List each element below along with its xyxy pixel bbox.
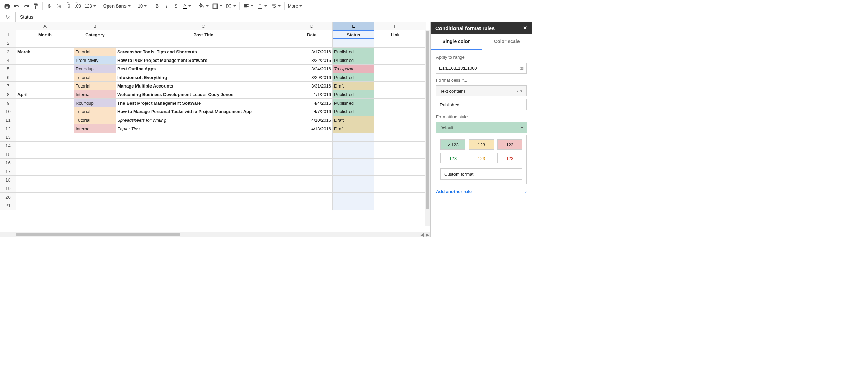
- cell[interactable]: How to Manage Personal Tasks with a Proj…: [116, 107, 291, 116]
- cell[interactable]: [374, 184, 416, 193]
- cell[interactable]: [333, 167, 374, 176]
- cell[interactable]: [374, 65, 416, 73]
- cell[interactable]: [374, 142, 416, 150]
- cell[interactable]: Productivity: [74, 56, 116, 65]
- spreadsheet-grid[interactable]: A B C D E F 1MonthCategoryPost TitleDate…: [0, 22, 426, 210]
- cell[interactable]: [333, 142, 374, 150]
- cell[interactable]: Screenshot Tools, Tips and Shortcuts: [116, 48, 291, 56]
- cell[interactable]: [116, 39, 291, 48]
- cell[interactable]: [74, 142, 116, 150]
- cell[interactable]: Published: [333, 48, 374, 56]
- cell[interactable]: Welcoming Business Development Leader Co…: [116, 90, 291, 99]
- cell[interactable]: [74, 150, 116, 159]
- formula-input[interactable]: Status: [16, 12, 532, 22]
- row-header[interactable]: 3: [0, 48, 16, 56]
- cell[interactable]: [16, 107, 74, 116]
- cell[interactable]: [16, 82, 74, 90]
- cell[interactable]: [116, 176, 291, 184]
- condition-value-input[interactable]: Published: [436, 99, 527, 110]
- cell[interactable]: Spreadsheets for Writing: [116, 116, 291, 124]
- add-another-rule-button[interactable]: Add another rule ›: [436, 189, 527, 194]
- cell[interactable]: [116, 142, 291, 150]
- cell[interactable]: [291, 184, 333, 193]
- row-header[interactable]: 7: [0, 82, 16, 90]
- cell[interactable]: [16, 99, 74, 107]
- tab-color-scale[interactable]: Color scale: [482, 34, 532, 50]
- cell[interactable]: [74, 39, 116, 48]
- cell[interactable]: [291, 159, 333, 167]
- row-header[interactable]: 17: [0, 167, 16, 176]
- scroll-right-icon[interactable]: ▶: [425, 232, 430, 237]
- borders-button[interactable]: [211, 2, 224, 11]
- cell[interactable]: [16, 39, 74, 48]
- cell[interactable]: To Update: [333, 65, 374, 73]
- print-button[interactable]: [3, 2, 12, 11]
- vertical-scrollbar[interactable]: [425, 30, 430, 226]
- font-size-dropdown[interactable]: 10: [136, 2, 148, 11]
- cell[interactable]: [74, 201, 116, 210]
- cell[interactable]: Internal: [74, 90, 116, 99]
- cell[interactable]: Date: [291, 30, 333, 39]
- range-picker-icon[interactable]: ▦: [520, 66, 524, 71]
- row-header[interactable]: 12: [0, 124, 16, 133]
- number-format-dropdown[interactable]: 123: [83, 2, 97, 11]
- cell[interactable]: [16, 56, 74, 65]
- currency-button[interactable]: $: [45, 2, 54, 11]
- undo-button[interactable]: [12, 2, 21, 11]
- cell[interactable]: [16, 65, 74, 73]
- cell[interactable]: [74, 176, 116, 184]
- cell[interactable]: [374, 56, 416, 65]
- cell[interactable]: [74, 133, 116, 142]
- text-wrap-button[interactable]: [269, 2, 282, 11]
- cell[interactable]: 1/1/2016: [291, 90, 333, 99]
- cell[interactable]: [333, 39, 374, 48]
- cell[interactable]: [16, 201, 74, 210]
- cell[interactable]: [16, 159, 74, 167]
- cell[interactable]: [291, 133, 333, 142]
- cell[interactable]: [374, 159, 416, 167]
- horizontal-scrollbar[interactable]: ◀ ▶: [0, 232, 430, 237]
- row-header[interactable]: 16: [0, 159, 16, 167]
- cell[interactable]: Draft: [333, 124, 374, 133]
- cell[interactable]: [374, 150, 416, 159]
- cell[interactable]: Published: [333, 107, 374, 116]
- cell[interactable]: Draft: [333, 82, 374, 90]
- cell[interactable]: [291, 201, 333, 210]
- cell[interactable]: [374, 107, 416, 116]
- cell[interactable]: [333, 150, 374, 159]
- row-header[interactable]: 4: [0, 56, 16, 65]
- cell[interactable]: Post Title: [116, 30, 291, 39]
- cell[interactable]: Manage Multiple Accounts: [116, 82, 291, 90]
- cell[interactable]: Best Outline Apps: [116, 65, 291, 73]
- cell[interactable]: [291, 39, 333, 48]
- cell[interactable]: [374, 39, 416, 48]
- cell[interactable]: [374, 48, 416, 56]
- row-header[interactable]: 14: [0, 142, 16, 150]
- cell[interactable]: Month: [16, 30, 74, 39]
- cell[interactable]: [16, 142, 74, 150]
- cell[interactable]: The Best Project Management Software: [116, 99, 291, 107]
- cell[interactable]: [374, 201, 416, 210]
- fill-color-button[interactable]: [197, 2, 210, 11]
- redo-button[interactable]: [22, 2, 31, 11]
- cell[interactable]: [116, 150, 291, 159]
- preset-green-fill[interactable]: 123: [440, 139, 465, 150]
- cell[interactable]: [16, 167, 74, 176]
- column-header[interactable]: B: [74, 22, 116, 30]
- cell[interactable]: [16, 116, 74, 124]
- cell[interactable]: Tutorial: [74, 107, 116, 116]
- cell[interactable]: [291, 176, 333, 184]
- cell[interactable]: [16, 124, 74, 133]
- default-style-select[interactable]: Default: [436, 122, 527, 133]
- preset-yellow-fill[interactable]: 123: [469, 139, 494, 150]
- row-header[interactable]: 13: [0, 133, 16, 142]
- row-header[interactable]: 6: [0, 73, 16, 82]
- cell[interactable]: Tutorial: [74, 82, 116, 90]
- cell[interactable]: [374, 116, 416, 124]
- cell[interactable]: [16, 150, 74, 159]
- cell[interactable]: Link: [374, 30, 416, 39]
- row-header[interactable]: 10: [0, 107, 16, 116]
- cell[interactable]: [291, 142, 333, 150]
- cell[interactable]: [333, 133, 374, 142]
- column-header[interactable]: [416, 22, 426, 30]
